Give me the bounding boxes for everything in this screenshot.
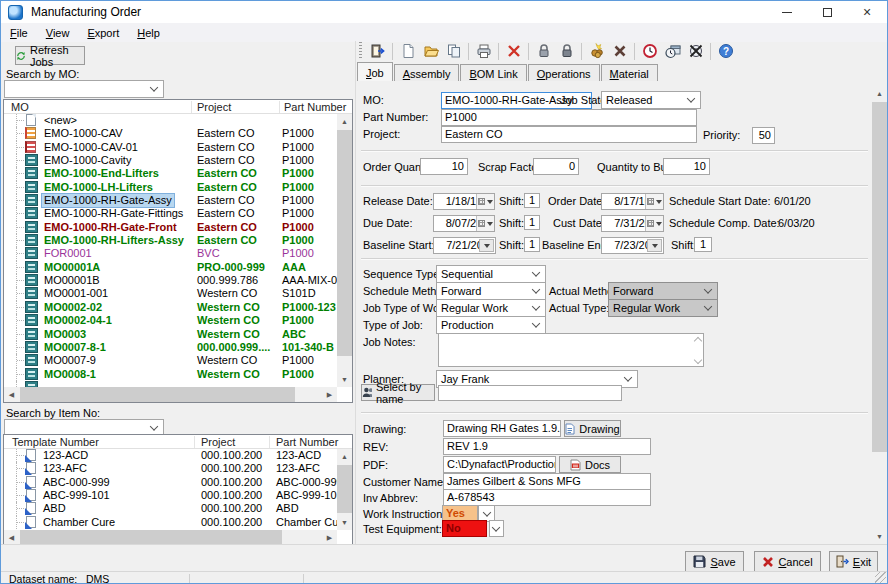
part-number-field[interactable]: P1000 bbox=[441, 109, 697, 126]
table-row[interactable]: EMO-1000-RH-Gate-FrontEastern COP1000 bbox=[4, 221, 337, 234]
table-row[interactable]: <new> bbox=[4, 114, 337, 127]
clock-alert-icon[interactable] bbox=[638, 41, 661, 62]
drawing-button[interactable]: Drawing bbox=[564, 420, 621, 437]
scroll-left-icon[interactable] bbox=[4, 387, 19, 402]
open-folder-icon[interactable] bbox=[419, 41, 442, 62]
baseline-end-shift-field[interactable]: 1 bbox=[694, 237, 712, 252]
close-button[interactable]: × bbox=[847, 1, 887, 23]
print-icon[interactable] bbox=[472, 41, 495, 62]
baseline-start-select[interactable]: 7/21/20 bbox=[433, 237, 496, 254]
template-horizontal-scrollbar[interactable] bbox=[4, 530, 337, 545]
test-equipment-dropdown[interactable] bbox=[489, 520, 504, 537]
scroll-up-icon[interactable] bbox=[872, 86, 887, 101]
list-item[interactable]: ABC-000-999000.100.200ABC-000-999 bbox=[4, 476, 337, 489]
scroll-down-icon[interactable] bbox=[694, 357, 701, 364]
table-row[interactable]: EMO-1000-CavityEastern COP1000 bbox=[4, 154, 337, 167]
rev-field[interactable]: REV 1.9 bbox=[443, 438, 651, 455]
table-row[interactable]: MO0007-9Western COP1000 bbox=[4, 354, 337, 367]
search-mo-input[interactable] bbox=[4, 80, 164, 98]
docs-button[interactable]: Docs bbox=[559, 456, 621, 473]
project-field[interactable]: Eastern CO bbox=[441, 126, 697, 143]
toolbar-grip[interactable] bbox=[359, 42, 362, 60]
pdf-field[interactable]: C:\Dynafact\Production\DMS\I bbox=[443, 456, 556, 473]
cust-date-picker[interactable]: 7/31/20 bbox=[601, 215, 664, 232]
table-row[interactable]: MO00001APRO-000-999AAA bbox=[4, 261, 337, 274]
refresh-jobs-button[interactable]: Refresh Jobs bbox=[15, 46, 85, 65]
scroll-up-icon[interactable] bbox=[694, 336, 701, 343]
exit-button[interactable]: Exit bbox=[829, 551, 878, 572]
dropdown-icon[interactable] bbox=[647, 239, 662, 252]
scrap-factor-field[interactable]: 0 bbox=[533, 158, 579, 175]
table-row[interactable] bbox=[4, 381, 337, 387]
table-row[interactable]: MO0003Western COABC bbox=[4, 328, 337, 341]
job-state-select[interactable]: Released bbox=[601, 91, 701, 109]
tab-bom-link[interactable]: BOM Link bbox=[460, 64, 526, 81]
delete-icon[interactable] bbox=[502, 41, 525, 62]
table-row[interactable]: MO00001B000.999.786AAA-MIX-000 bbox=[4, 274, 337, 287]
table-row[interactable]: EMO-1000-RH-Gate-FittingsEastern COP1000 bbox=[4, 207, 337, 220]
tab-operations[interactable]: Operations bbox=[528, 64, 600, 81]
due-date-picker[interactable]: 8/07/20 bbox=[433, 215, 495, 232]
template-vertical-scrollbar[interactable] bbox=[337, 449, 352, 530]
tree-horizontal-scrollbar[interactable] bbox=[4, 387, 337, 402]
calendar-dropdown-icon[interactable] bbox=[645, 194, 663, 209]
selected-name-field[interactable] bbox=[438, 385, 622, 401]
table-row[interactable]: MO0008-1Western COP1000 bbox=[4, 368, 337, 381]
scroll-thumb[interactable] bbox=[20, 387, 295, 402]
table-row[interactable]: MO0002-04-1Western COP1000 bbox=[4, 314, 337, 327]
calendar-dropdown-icon[interactable] bbox=[645, 216, 663, 231]
tab-job[interactable]: Job bbox=[357, 62, 393, 81]
tab-material[interactable]: Material bbox=[601, 64, 658, 81]
list-item[interactable]: 123-AFC000.100.200123-AFC bbox=[4, 462, 337, 475]
table-row[interactable]: EMO-1000-CAVEastern COP1000 bbox=[4, 127, 337, 140]
dropdown-icon[interactable] bbox=[479, 239, 494, 252]
clock-schedule-icon[interactable] bbox=[661, 41, 684, 62]
table-row[interactable]: MO0002-02Western COP1000-123 bbox=[4, 301, 337, 314]
order-quantity-field[interactable]: 10 bbox=[420, 158, 468, 175]
table-row[interactable]: MO0007-8-1000.000.999....101-340-B bbox=[4, 341, 337, 354]
scroll-thumb[interactable] bbox=[337, 130, 352, 356]
scroll-thumb[interactable] bbox=[20, 530, 282, 545]
inv-abbrev-field[interactable]: A-678543 bbox=[443, 489, 651, 506]
menu-export[interactable]: Export bbox=[78, 25, 128, 41]
exit-icon[interactable] bbox=[366, 41, 389, 62]
scroll-down-icon[interactable] bbox=[872, 529, 887, 544]
clock-remove-icon[interactable] bbox=[684, 41, 707, 62]
due-shift-field[interactable]: 1 bbox=[524, 215, 540, 230]
tab-assembly[interactable]: Assembly bbox=[394, 64, 460, 81]
menu-view[interactable]: View bbox=[37, 25, 79, 41]
table-row[interactable]: FOR0001BVCP1000 bbox=[4, 247, 337, 260]
quantity-to-build-field[interactable]: 10 bbox=[663, 158, 710, 175]
priority-field[interactable]: 50 bbox=[752, 127, 775, 144]
drawing-field[interactable]: Drawing RH Gates 1.9.DOC bbox=[443, 420, 561, 437]
release-icon[interactable] bbox=[585, 41, 608, 62]
customer-name-field[interactable]: James Gilbert & Sons MFG bbox=[443, 473, 651, 490]
resize-grip[interactable] bbox=[875, 572, 886, 583]
schedule-method-select[interactable]: Forward bbox=[436, 282, 546, 300]
maximize-button[interactable] bbox=[807, 1, 847, 23]
table-row[interactable]: MO0001-001Western COS101D bbox=[4, 287, 337, 300]
col-mo[interactable]: MO bbox=[11, 101, 29, 113]
col-project[interactable]: Project bbox=[201, 436, 235, 448]
table-row[interactable]: EMO-1000-LH-LiftersEastern COP1000 bbox=[4, 181, 337, 194]
type-of-job-select[interactable]: Production bbox=[436, 316, 546, 334]
order-date-picker[interactable]: 8/17/10 bbox=[601, 193, 664, 210]
test-equipment-value[interactable]: No bbox=[442, 520, 487, 537]
lock-icon[interactable] bbox=[532, 41, 555, 62]
job-notes-textarea[interactable] bbox=[438, 333, 704, 367]
unlock-icon[interactable] bbox=[555, 41, 578, 62]
release-shift-field[interactable]: 1 bbox=[524, 193, 540, 208]
table-row[interactable]: EMO-1000-CAV-01Eastern COP1000 bbox=[4, 141, 337, 154]
scroll-left-icon[interactable] bbox=[4, 530, 19, 545]
baseline-start-shift-field[interactable]: 1 bbox=[524, 237, 540, 252]
list-item[interactable]: 123-ACD000.100.200123-ACD bbox=[4, 449, 337, 462]
actual-type-select[interactable]: Regular Work bbox=[608, 299, 718, 317]
calendar-dropdown-icon[interactable] bbox=[476, 194, 494, 209]
unrelease-icon[interactable] bbox=[608, 41, 631, 62]
col-project[interactable]: Project bbox=[197, 101, 231, 113]
scroll-thumb[interactable] bbox=[337, 465, 352, 513]
cancel-button[interactable]: Cancel bbox=[754, 551, 821, 572]
tree-vertical-scrollbar[interactable] bbox=[337, 114, 352, 387]
help-icon[interactable]: ? bbox=[714, 41, 737, 62]
save-button[interactable]: Save bbox=[685, 551, 744, 572]
